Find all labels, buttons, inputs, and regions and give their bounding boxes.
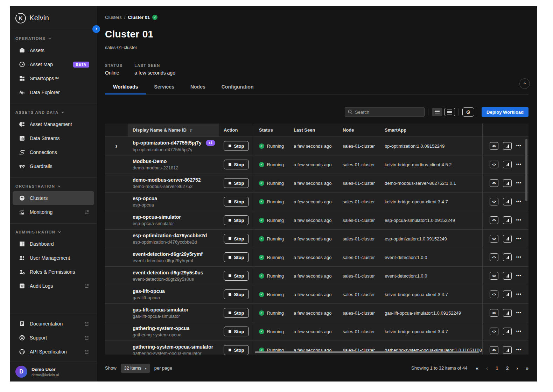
breadcrumb-clusters-link[interactable]: Clusters bbox=[105, 15, 122, 20]
metrics-chart-button[interactable] bbox=[503, 161, 512, 168]
tab-configuration[interactable]: Configuration bbox=[214, 84, 262, 94]
sidebar-item-roles-permissions[interactable]: Roles & Permissions bbox=[13, 265, 94, 279]
page-2-button[interactable]: 2 bbox=[506, 365, 509, 371]
compact-view-button[interactable] bbox=[432, 108, 442, 116]
logs-code-button[interactable] bbox=[490, 290, 498, 298]
logs-code-button[interactable] bbox=[490, 235, 498, 243]
sidebar-collapse-button[interactable] bbox=[92, 25, 100, 33]
next-page-button[interactable] bbox=[517, 365, 518, 371]
metrics-chart-button[interactable] bbox=[503, 198, 512, 205]
page-1-button[interactable]: 1 bbox=[496, 365, 498, 371]
more-options-button[interactable] bbox=[516, 329, 522, 334]
list-view-button[interactable] bbox=[444, 108, 455, 116]
more-options-button[interactable] bbox=[516, 292, 522, 297]
sidebar-item-monitoring[interactable]: Monitoring bbox=[13, 205, 94, 219]
more-options-button[interactable] bbox=[516, 218, 522, 223]
sidebar-item-api-specification[interactable]: API Specification bbox=[13, 345, 94, 359]
table-settings-gear-button[interactable] bbox=[462, 107, 474, 117]
table-row[interactable]: bp-optimization-d47755t5pj7y+1bp-optimiz… bbox=[105, 136, 528, 155]
table-row[interactable]: Modbus-Demodemo-modbus-221812StopRunning… bbox=[105, 155, 528, 174]
last-page-button[interactable] bbox=[526, 365, 528, 371]
stop-button[interactable]: Stop bbox=[224, 289, 249, 299]
more-options-button[interactable] bbox=[516, 255, 522, 260]
metrics-chart-button[interactable] bbox=[503, 309, 512, 317]
more-options-button[interactable] bbox=[516, 348, 522, 352]
table-row[interactable]: event-detection-d6gr29y5rymfevent-detect… bbox=[105, 248, 528, 266]
sort-icon[interactable] bbox=[189, 128, 192, 133]
logs-code-button[interactable] bbox=[490, 253, 498, 261]
logs-code-button[interactable] bbox=[490, 198, 498, 205]
user-card[interactable]: D Demo User demo@kelvin.ai bbox=[10, 362, 97, 382]
logs-code-button[interactable] bbox=[490, 328, 498, 335]
more-options-button[interactable] bbox=[516, 199, 522, 204]
more-options-button[interactable] bbox=[516, 144, 522, 148]
stop-button[interactable]: Stop bbox=[224, 178, 249, 188]
logs-code-button[interactable] bbox=[490, 142, 498, 150]
table-row[interactable]: esp-opcuaesp-opcuaStopRunninga few secon… bbox=[105, 192, 528, 211]
logs-code-button[interactable] bbox=[490, 179, 498, 187]
metrics-chart-button[interactable] bbox=[503, 346, 512, 354]
section-header-assets-and-data[interactable]: ASSETS AND DATA bbox=[10, 107, 97, 117]
stop-button[interactable]: Stop bbox=[224, 271, 249, 281]
sidebar-item-data-streams[interactable]: Data Streams bbox=[13, 131, 94, 145]
tab-nodes[interactable]: Nodes bbox=[182, 84, 214, 94]
table-row[interactable]: esp-optimization-d476yccbbe2desp-optimiz… bbox=[105, 229, 528, 248]
table-row[interactable]: esp-opcua-simulatoresp-opcua-simulatorSt… bbox=[105, 211, 528, 229]
sidebar-item-assets[interactable]: Assets bbox=[13, 43, 94, 57]
tab-services[interactable]: Services bbox=[146, 84, 182, 94]
deploy-workload-button[interactable]: Deploy Workload bbox=[482, 107, 528, 117]
page-size-select[interactable]: 32 items bbox=[121, 364, 150, 373]
metrics-chart-button[interactable] bbox=[503, 179, 512, 187]
first-page-button[interactable] bbox=[476, 365, 478, 371]
previous-page-button[interactable] bbox=[486, 365, 488, 371]
vertical-scrollbar[interactable] bbox=[525, 139, 527, 201]
section-header-operations[interactable]: OPERATIONS bbox=[10, 34, 97, 43]
stop-button[interactable]: Stop bbox=[224, 327, 249, 336]
logs-code-button[interactable] bbox=[490, 346, 498, 354]
metrics-chart-button[interactable] bbox=[503, 290, 512, 298]
table-row[interactable]: gathering-system-opcuagathering-system-o… bbox=[105, 322, 528, 341]
sidebar-item-support[interactable]: Support bbox=[13, 331, 94, 345]
stop-button[interactable]: Stop bbox=[224, 215, 249, 225]
more-options-button[interactable] bbox=[516, 162, 522, 167]
section-header-administration[interactable]: ADMINISTRATION bbox=[10, 227, 97, 237]
stop-button[interactable]: Stop bbox=[224, 160, 249, 169]
more-options-button[interactable] bbox=[516, 273, 522, 278]
collapse-header-button[interactable] bbox=[519, 78, 530, 89]
metrics-chart-button[interactable] bbox=[503, 216, 512, 224]
table-row[interactable]: demo-modbus-server-862752demo-modbus-ser… bbox=[105, 174, 528, 192]
sidebar-item-user-management[interactable]: User Management bbox=[13, 251, 94, 265]
logs-code-button[interactable] bbox=[490, 161, 498, 168]
row-expand-chevron-icon[interactable] bbox=[115, 142, 118, 150]
sidebar-item-clusters[interactable]: Clusters bbox=[13, 191, 94, 205]
section-header-orchestration[interactable]: ORCHESTRATION bbox=[10, 181, 97, 191]
sidebar-item-data-explorer[interactable]: Data Explorer bbox=[13, 85, 94, 99]
stop-button[interactable]: Stop bbox=[224, 252, 249, 262]
sidebar-item-dashboard[interactable]: Dashboard bbox=[13, 237, 94, 251]
more-options-button[interactable] bbox=[516, 310, 522, 315]
logs-code-button[interactable] bbox=[490, 309, 498, 317]
metrics-chart-button[interactable] bbox=[503, 253, 512, 261]
sidebar-item-smartapps[interactable]: SmartApps™ bbox=[13, 71, 94, 85]
table-row[interactable]: event-detection-d6gr29y5s0usevent-detect… bbox=[105, 266, 528, 285]
table-row[interactable]: gas-lift-opcua-simulatorgas-lift-opcua-s… bbox=[105, 303, 528, 322]
table-row[interactable]: gas-lift-opcuagas-lift-opcuaStopRunninga… bbox=[105, 285, 528, 303]
more-options-button[interactable] bbox=[516, 181, 522, 186]
metrics-chart-button[interactable] bbox=[503, 272, 512, 280]
logs-code-button[interactable] bbox=[490, 216, 498, 224]
logs-code-button[interactable] bbox=[490, 272, 498, 280]
sidebar-item-guardrails[interactable]: Guardrails bbox=[13, 159, 94, 173]
sidebar-item-audit-logs[interactable]: Audit Logs bbox=[13, 279, 94, 293]
sidebar-item-asset-map[interactable]: Asset MapBETA bbox=[13, 57, 94, 71]
stop-button[interactable]: Stop bbox=[224, 197, 249, 206]
metrics-chart-button[interactable] bbox=[503, 328, 512, 335]
sidebar-item-asset-management[interactable]: Asset Management bbox=[13, 117, 94, 131]
tab-workloads[interactable]: Workloads bbox=[105, 84, 146, 94]
more-options-button[interactable] bbox=[516, 236, 522, 241]
stop-button[interactable]: Stop bbox=[224, 234, 249, 244]
horizontal-scrollbar[interactable] bbox=[255, 351, 479, 353]
sidebar-item-connections[interactable]: Connections bbox=[13, 145, 94, 159]
stop-button[interactable]: Stop bbox=[224, 345, 249, 355]
metrics-chart-button[interactable] bbox=[503, 235, 512, 243]
search-input[interactable] bbox=[345, 107, 425, 117]
